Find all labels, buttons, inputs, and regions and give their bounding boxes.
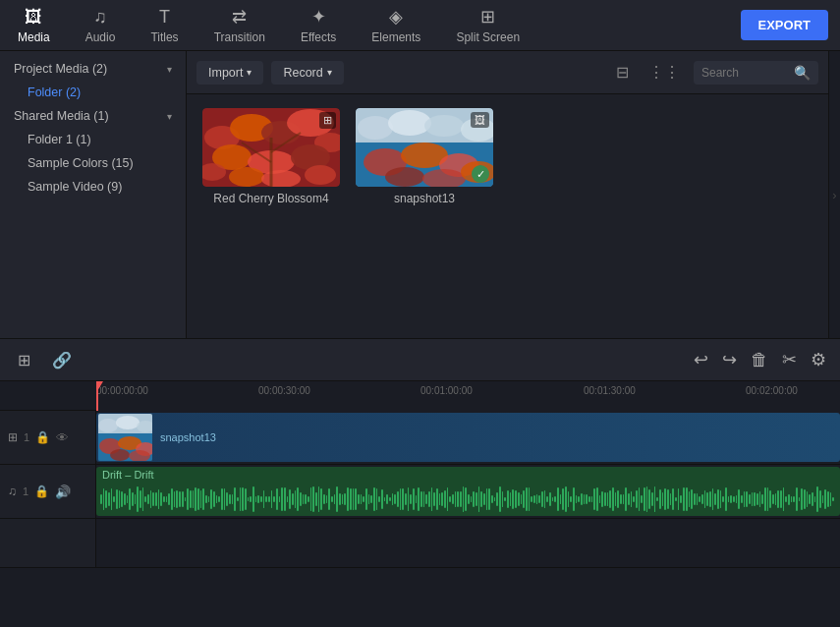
undo-button[interactable]: ↩ xyxy=(694,349,708,370)
waveform-bar xyxy=(607,492,609,506)
waveform-bar xyxy=(289,489,291,508)
lock-icon[interactable]: 🔒 xyxy=(35,430,50,444)
toolbar-split-screen[interactable]: ⊞ Split Screen xyxy=(438,0,537,51)
media-item-snapshot13[interactable]: 🖼 ✓ snapshot13 xyxy=(356,108,493,205)
waveform-bar xyxy=(190,490,192,508)
waveform-bar xyxy=(361,494,363,504)
ruler-label-1: 00:00:30:00 xyxy=(258,385,310,396)
grid-icon[interactable]: ⋮⋮ xyxy=(643,63,686,82)
ruler-mark-3: 00:01:30:00 xyxy=(584,385,636,396)
waveform-bar xyxy=(436,488,438,510)
waveform-bar xyxy=(741,495,743,503)
waveform-bar xyxy=(709,491,711,507)
video-track-row: ⊞ 1 🔒 👁 xyxy=(0,411,840,465)
waveform-bar xyxy=(268,496,270,502)
waveform-bar xyxy=(103,488,105,510)
waveform-bar xyxy=(648,489,650,509)
waveform-bar xyxy=(193,490,195,509)
toolbar-effects[interactable]: ✦ Effects xyxy=(283,0,354,51)
right-panel-collapse[interactable]: › xyxy=(828,51,840,338)
toolbar-titles[interactable]: T Titles xyxy=(133,0,196,51)
sidebar-item-project-media[interactable]: Project Media (2) ▾ xyxy=(0,57,186,81)
waveform-bar xyxy=(654,486,656,512)
sidebar-project-media-label: Project Media (2) xyxy=(14,62,107,76)
filter-icon[interactable]: ⊟ xyxy=(610,63,635,82)
waveform-bar xyxy=(701,494,703,503)
cut-button[interactable]: ✂ xyxy=(782,349,797,370)
waveform-bar xyxy=(604,492,606,506)
sidebar-item-folder-1[interactable]: Folder 1 (1) xyxy=(0,128,186,151)
toolbar-transition[interactable]: ⇄ Transition xyxy=(196,0,283,51)
audio-lock-icon[interactable]: 🔒 xyxy=(34,484,49,498)
waveform-bar xyxy=(615,492,617,506)
settings-button[interactable]: ⚙ xyxy=(811,349,826,370)
waveform-bar xyxy=(591,496,593,501)
ruler-mark-0: 00:00:00:00 xyxy=(96,385,148,396)
content-toolbar: Import ▾ Record ▾ ⊟ ⋮⋮ 🔍 xyxy=(187,51,828,94)
waveform-bar xyxy=(683,487,685,511)
waveform-bar xyxy=(832,497,834,502)
delete-button[interactable]: 🗑 xyxy=(751,350,768,370)
import-button[interactable]: Import ▾ xyxy=(196,61,263,85)
toolbar-audio[interactable]: ♫ Audio xyxy=(68,0,134,51)
sidebar-item-shared-media[interactable]: Shared Media (1) ▾ xyxy=(0,104,186,128)
toolbar-transition-label: Transition xyxy=(214,30,265,44)
waveform-bar xyxy=(761,494,763,504)
search-input[interactable] xyxy=(701,66,790,80)
media-item-red-cherry[interactable]: ⊞ Red Cherry Blossom4 xyxy=(202,108,340,205)
waveform-bar xyxy=(814,496,816,503)
audio-track-row: ♫ 1 🔒 🔊 Drift – Drift xyxy=(0,465,840,519)
waveform-bar xyxy=(659,489,661,509)
sidebar-item-sample-video[interactable]: Sample Video (9) xyxy=(0,175,186,199)
link-button[interactable]: 🔗 xyxy=(48,347,76,373)
waveform-bar xyxy=(754,492,756,505)
chevron-down-icon-2: ▾ xyxy=(167,111,172,122)
waveform-bar xyxy=(441,492,443,506)
waveform-bar xyxy=(478,486,480,512)
audio-track-num: 1 xyxy=(23,485,28,497)
waveform-bar xyxy=(728,496,730,502)
ruler-label-2: 00:01:00:00 xyxy=(420,385,473,396)
extra-track-row xyxy=(0,519,840,568)
waveform-bar xyxy=(510,492,512,506)
waveform-bar xyxy=(129,488,131,511)
add-track-button[interactable]: ⊞ xyxy=(14,347,34,373)
waveform-bar xyxy=(152,492,154,507)
audio-clip[interactable]: Drift – Drift xyxy=(96,467,840,516)
audio-volume-icon[interactable]: 🔊 xyxy=(55,484,71,499)
waveform-bar xyxy=(444,490,446,507)
waveform-bar xyxy=(213,491,215,507)
content-panel: Import ▾ Record ▾ ⊟ ⋮⋮ 🔍 xyxy=(187,51,828,338)
waveform-bar xyxy=(599,495,601,503)
sidebar-item-folder-2[interactable]: Folder (2) xyxy=(0,81,186,104)
redo-button[interactable]: ↪ xyxy=(722,349,737,370)
waveform-bar xyxy=(720,490,722,508)
chevron-down-icon: ▾ xyxy=(167,64,172,75)
toolbar-media[interactable]: 🖼 Media xyxy=(0,0,68,51)
record-button[interactable]: Record ▾ xyxy=(271,61,343,85)
video-clip[interactable]: snapshot13 xyxy=(96,413,840,462)
waveform-bar xyxy=(326,495,328,504)
waveform-bar xyxy=(111,488,113,510)
waveform-bar xyxy=(568,491,570,506)
waveform-bar xyxy=(281,487,283,511)
export-button[interactable]: EXPORT xyxy=(741,10,828,40)
waveform-bar xyxy=(279,496,281,502)
sidebar-sample-colors-label: Sample Colors (15) xyxy=(28,156,134,170)
toolbar-elements[interactable]: ◈ Elements xyxy=(354,0,438,51)
search-icon[interactable]: 🔍 xyxy=(794,65,811,81)
waveform-bar xyxy=(744,491,746,507)
waveform-bar xyxy=(722,496,724,501)
waveform-bar xyxy=(518,492,520,506)
waveform-bar xyxy=(187,488,189,510)
waveform-bar xyxy=(736,495,738,502)
waveform-bar xyxy=(376,488,378,510)
eye-icon[interactable]: 👁 xyxy=(56,430,69,445)
playhead[interactable] xyxy=(96,381,98,411)
waveform-bar xyxy=(200,490,202,508)
sidebar-item-sample-colors[interactable]: Sample Colors (15) xyxy=(0,151,186,175)
waveform-bar xyxy=(480,491,482,507)
waveform-bar xyxy=(667,489,669,510)
media-thumb-snapshot13: 🖼 ✓ xyxy=(356,108,493,187)
waveform-bar xyxy=(144,496,146,502)
